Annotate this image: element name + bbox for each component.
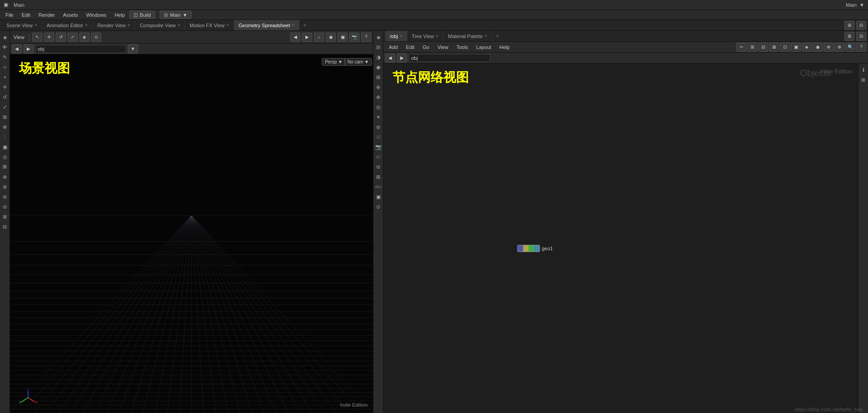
- home-btn[interactable]: ⌂: [314, 33, 324, 42]
- tab-geometry-spreadsheet-close[interactable]: ×: [292, 23, 294, 28]
- right-tool-search[interactable]: 🔍: [845, 43, 855, 52]
- tool-snap[interactable]: ⋮: [0, 132, 10, 141]
- right-tab-add-button[interactable]: +: [492, 31, 503, 41]
- tab-render-view-close[interactable]: ×: [128, 23, 130, 28]
- view-btn[interactable]: View: [434, 44, 452, 51]
- rotate-tool-btn[interactable]: ↺: [56, 33, 66, 42]
- frame-btn[interactable]: ▣: [338, 33, 348, 42]
- light-btn[interactable]: ☀: [374, 112, 383, 121]
- add-btn[interactable]: Add: [385, 44, 402, 51]
- right-tool-9[interactable]: ⊕: [824, 43, 834, 52]
- xray-btn[interactable]: ◎: [374, 102, 383, 112]
- tool-cursor[interactable]: ⌖: [0, 73, 10, 82]
- right-back-btn[interactable]: ◀: [385, 53, 395, 63]
- tool-edit[interactable]: ⊜: [0, 192, 10, 201]
- right-obj-path-input[interactable]: [409, 54, 490, 62]
- workspace-dropdown[interactable]: ▼: [859, 2, 864, 8]
- fwd-btn[interactable]: ▶: [24, 44, 34, 53]
- tool-nodes[interactable]: ⊝: [0, 202, 10, 211]
- tool-particles[interactable]: ⊞: [0, 212, 10, 221]
- back-btn[interactable]: ◀: [12, 44, 22, 53]
- layout-split-btn[interactable]: ⊟: [856, 21, 866, 30]
- right-tab-tree-close[interactable]: ×: [436, 34, 439, 39]
- right-tab-material-close[interactable]: ×: [485, 34, 487, 39]
- right-tab-material[interactable]: Material Palette ×: [443, 31, 492, 41]
- tools-btn[interactable]: Tools: [453, 44, 472, 51]
- node-network[interactable]: 节点网络视图 Indie Edition Objects geo1: [383, 63, 858, 413]
- tab-motion-fx-view[interactable]: Motion FX View ×: [185, 20, 234, 30]
- persp-button[interactable]: Persp ▼: [322, 58, 346, 66]
- right-tool-6[interactable]: ▣: [791, 43, 801, 52]
- right-tool-1[interactable]: ✂: [736, 43, 746, 52]
- tool-sculpt[interactable]: ⊛: [0, 182, 10, 191]
- right-tool-3[interactable]: ⊟: [758, 43, 768, 52]
- tab-render-view[interactable]: Render View ×: [93, 20, 135, 30]
- node-geo1-box[interactable]: [517, 245, 540, 252]
- snap-mid-btn[interactable]: ⊗: [374, 92, 383, 102]
- tool-move[interactable]: ✛: [0, 83, 10, 92]
- node-geo1[interactable]: geo1: [517, 245, 553, 252]
- viewport-3d[interactable]: 场景视图 Persp ▼ No cam ▼ Indie Edition X: [10, 54, 373, 413]
- image-btn[interactable]: ▣: [374, 192, 383, 201]
- grid-btn[interactable]: ⊞: [374, 172, 383, 181]
- move-tool-btn[interactable]: ✛: [44, 33, 54, 42]
- display-tool-btn[interactable]: ◈: [79, 33, 89, 42]
- camera-view-btn[interactable]: 📷: [374, 142, 383, 151]
- tab-geometry-spreadsheet[interactable]: Geometry Spreadsheet ×: [234, 20, 300, 30]
- tool-circle[interactable]: ◎: [0, 152, 10, 161]
- right-side-tool-1[interactable]: ℹ: [859, 65, 868, 74]
- tool-scale[interactable]: ⤢: [0, 102, 10, 112]
- tool-rotate[interactable]: ↺: [0, 92, 10, 102]
- layout-grid-btn[interactable]: ⊞: [844, 21, 854, 30]
- right-tool-7[interactable]: ◈: [802, 43, 812, 52]
- tab-animation-editor[interactable]: Animation Editor ×: [42, 20, 93, 30]
- view-render-btn[interactable]: ◉: [374, 63, 383, 72]
- nocam-button[interactable]: No cam ▼: [344, 58, 372, 66]
- tool-brush[interactable]: ⊗: [0, 172, 10, 181]
- tab-scene-view[interactable]: Scene View ×: [2, 20, 42, 30]
- right-tool-8[interactable]: ◉: [813, 43, 823, 52]
- obj-path-input[interactable]: [35, 45, 126, 53]
- menu-assets[interactable]: Assets: [59, 11, 82, 19]
- select-tool-btn[interactable]: ↖: [32, 33, 42, 42]
- help-btn[interactable]: ?: [361, 33, 371, 42]
- right-tab-obj[interactable]: /obj ×: [385, 31, 407, 41]
- menu-render[interactable]: Render: [35, 11, 59, 19]
- tool-misc[interactable]: ⊟: [0, 222, 10, 231]
- tool-handle[interactable]: ⊕: [0, 122, 10, 131]
- tab-composite-view[interactable]: Composite View ×: [135, 20, 185, 30]
- right-tab-tree-view[interactable]: Tree View ×: [407, 31, 444, 41]
- bg-btn[interactable]: ⊜: [374, 122, 383, 131]
- camera-btn[interactable]: 📷: [349, 33, 359, 42]
- main-selector[interactable]: ◎ Main ▼: [160, 11, 192, 19]
- view-shade-btn[interactable]: ◑: [374, 53, 383, 62]
- nav-back-btn[interactable]: ◀: [290, 33, 300, 42]
- look-btn[interactable]: ◉: [326, 33, 336, 42]
- view-wire-btn[interactable]: ⊟: [374, 43, 383, 52]
- right-tool-5[interactable]: ⊡: [780, 43, 790, 52]
- path-dropdown[interactable]: ▼: [128, 44, 138, 53]
- right-tool-help[interactable]: ?: [856, 43, 866, 52]
- right-tool-2[interactable]: ⊞: [747, 43, 757, 52]
- go-btn[interactable]: Go: [419, 44, 433, 51]
- tab-composite-view-close[interactable]: ×: [177, 23, 180, 28]
- snap-grid-btn[interactable]: ⊞: [374, 73, 383, 82]
- tab-scene-view-close[interactable]: ×: [34, 23, 37, 28]
- view-solid-btn[interactable]: ◈: [374, 33, 383, 42]
- tool-box[interactable]: ▣: [0, 142, 10, 151]
- right-fwd-btn[interactable]: ▶: [397, 53, 407, 63]
- right-tab-obj-close[interactable]: ×: [400, 34, 402, 39]
- right-split-btn[interactable]: ⊟: [856, 32, 866, 41]
- right-layout-btn[interactable]: ⊞: [844, 32, 854, 41]
- nav-fwd-btn[interactable]: ▶: [302, 33, 312, 42]
- snap-point-btn[interactable]: ⊕: [374, 83, 383, 92]
- geo-btn[interactable]: ⊙: [374, 202, 383, 211]
- tool-view[interactable]: 👁: [0, 43, 10, 52]
- tool-select2[interactable]: ⊹: [0, 63, 10, 72]
- right-tool-10[interactable]: ⊗: [834, 43, 844, 52]
- right-tool-4[interactable]: ⊠: [769, 43, 779, 52]
- tool-select[interactable]: ◈: [0, 33, 10, 42]
- scale-tool-btn[interactable]: ⤢: [68, 33, 78, 42]
- tab-add-button[interactable]: +: [299, 20, 310, 30]
- tab-motion-fx-view-close[interactable]: ×: [226, 23, 229, 28]
